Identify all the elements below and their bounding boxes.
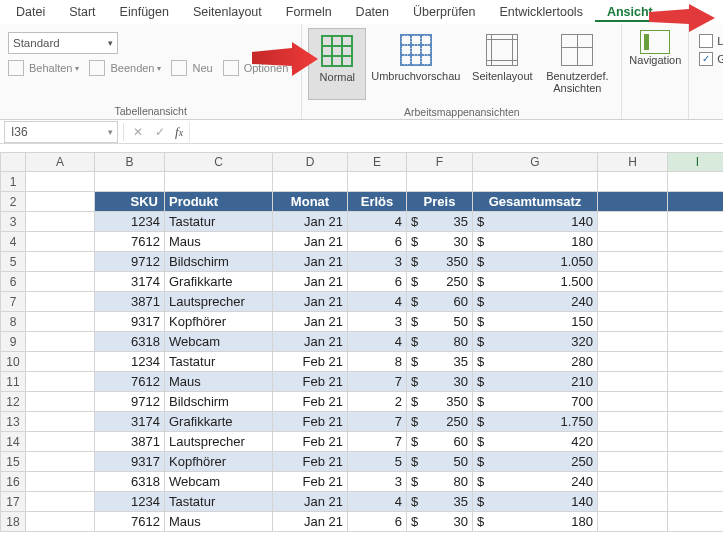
column-header-I[interactable]: I: [668, 153, 724, 172]
cell-gesamt[interactable]: $140: [473, 212, 598, 232]
cell-preis[interactable]: $50: [407, 312, 473, 332]
cell-sku[interactable]: 6318: [95, 332, 165, 352]
cell[interactable]: [26, 412, 95, 432]
cell-gesamt[interactable]: $700: [473, 392, 598, 412]
row-header[interactable]: 7: [1, 292, 26, 312]
cell[interactable]: [598, 392, 668, 412]
row-header[interactable]: 11: [1, 372, 26, 392]
column-header-H[interactable]: H: [598, 153, 668, 172]
cell[interactable]: [668, 452, 724, 472]
cell-monat[interactable]: Feb 21: [273, 392, 348, 412]
cell-erloes[interactable]: 3: [348, 252, 407, 272]
cell[interactable]: [598, 512, 668, 532]
cell-preis[interactable]: $30: [407, 372, 473, 392]
cell-preis[interactable]: $250: [407, 272, 473, 292]
cell-gesamt[interactable]: $280: [473, 352, 598, 372]
cell-sku[interactable]: 9317: [95, 452, 165, 472]
row-header[interactable]: 8: [1, 312, 26, 332]
cell[interactable]: [473, 172, 598, 192]
spreadsheet-grid[interactable]: ABCDEFGHI 12SKUProduktMonatErlösPreisGes…: [0, 152, 723, 545]
cell-preis[interactable]: $60: [407, 292, 473, 312]
cell-produkt[interactable]: Bildschirm: [165, 252, 273, 272]
column-header-C[interactable]: C: [165, 153, 273, 172]
cell-erloes[interactable]: 7: [348, 432, 407, 452]
cell-erloes[interactable]: 7: [348, 372, 407, 392]
cell-monat[interactable]: Jan 21: [273, 252, 348, 272]
cell[interactable]: [26, 392, 95, 412]
cell-sku[interactable]: 3871: [95, 432, 165, 452]
cell-erloes[interactable]: 4: [348, 492, 407, 512]
select-all-corner[interactable]: [1, 153, 26, 172]
column-header-A[interactable]: A: [26, 153, 95, 172]
cell-monat[interactable]: Feb 21: [273, 432, 348, 452]
navigation-button[interactable]: Navigation: [626, 28, 684, 104]
cell-sku[interactable]: 1234: [95, 212, 165, 232]
cancel-formula-button[interactable]: ✕: [127, 125, 149, 139]
cell-preis[interactable]: $80: [407, 332, 473, 352]
options-view-button[interactable]: Optionen▾: [223, 60, 296, 76]
tab-formeln[interactable]: Formeln: [274, 2, 344, 22]
new-view-button[interactable]: Neu: [171, 60, 212, 76]
tab-daten[interactable]: Daten: [344, 2, 401, 22]
cell-erloes[interactable]: 4: [348, 332, 407, 352]
cell[interactable]: [598, 312, 668, 332]
cell-sku[interactable]: 3174: [95, 412, 165, 432]
cell-preis[interactable]: $50: [407, 452, 473, 472]
row-header[interactable]: 6: [1, 272, 26, 292]
cell[interactable]: [26, 232, 95, 252]
cell[interactable]: [26, 492, 95, 512]
page-layout-view-button[interactable]: Seitenlayout: [465, 28, 539, 104]
cell[interactable]: [26, 192, 95, 212]
cell-erloes[interactable]: 8: [348, 352, 407, 372]
cell[interactable]: [598, 212, 668, 232]
cell[interactable]: [26, 352, 95, 372]
cell-monat[interactable]: Jan 21: [273, 332, 348, 352]
cell[interactable]: [668, 352, 724, 372]
cell-sku[interactable]: 9317: [95, 312, 165, 332]
cell-preis[interactable]: $60: [407, 432, 473, 452]
cell-monat[interactable]: Jan 21: [273, 512, 348, 532]
cell[interactable]: [668, 432, 724, 452]
table-header-cell[interactable]: Erlös: [348, 192, 407, 212]
cell-monat[interactable]: Jan 21: [273, 272, 348, 292]
cell[interactable]: [598, 192, 668, 212]
cell-erloes[interactable]: 3: [348, 312, 407, 332]
cell[interactable]: [668, 172, 724, 192]
cell[interactable]: [668, 232, 724, 252]
row-header[interactable]: 12: [1, 392, 26, 412]
exit-view-button[interactable]: Beenden▾: [89, 60, 161, 76]
cell-erloes[interactable]: 2: [348, 392, 407, 412]
column-headers[interactable]: ABCDEFGHI: [1, 153, 724, 172]
cell[interactable]: [598, 232, 668, 252]
cell[interactable]: [598, 492, 668, 512]
tab-entwicklertools[interactable]: Entwicklertools: [488, 2, 595, 22]
cell-produkt[interactable]: Webcam: [165, 332, 273, 352]
name-box[interactable]: I36 ▾: [4, 121, 118, 143]
cell[interactable]: [26, 312, 95, 332]
cell-erloes[interactable]: 4: [348, 212, 407, 232]
custom-views-button[interactable]: Benutzerdef. Ansichten: [539, 28, 615, 104]
tab-überprüfen[interactable]: Überprüfen: [401, 2, 488, 22]
ruler-checkbox-row[interactable]: Line: [695, 32, 723, 50]
cell[interactable]: [668, 492, 724, 512]
cell-monat[interactable]: Feb 21: [273, 472, 348, 492]
cell-erloes[interactable]: 6: [348, 512, 407, 532]
cell[interactable]: [598, 412, 668, 432]
cell[interactable]: [598, 252, 668, 272]
cell-sku[interactable]: 7612: [95, 512, 165, 532]
row-header[interactable]: 18: [1, 512, 26, 532]
accept-formula-button[interactable]: ✓: [149, 125, 171, 139]
row-header[interactable]: 1: [1, 172, 26, 192]
column-header-E[interactable]: E: [348, 153, 407, 172]
cell-gesamt[interactable]: $210: [473, 372, 598, 392]
cell-produkt[interactable]: Maus: [165, 512, 273, 532]
cell-preis[interactable]: $35: [407, 352, 473, 372]
sheet-view-combo[interactable]: Standard ▾: [8, 32, 118, 54]
cell-monat[interactable]: Jan 21: [273, 492, 348, 512]
cell-monat[interactable]: Jan 21: [273, 212, 348, 232]
cell[interactable]: [26, 252, 95, 272]
gridlines-checkbox-row[interactable]: ✓ Gitte: [695, 50, 723, 68]
cell-produkt[interactable]: Tastatur: [165, 212, 273, 232]
cell[interactable]: [26, 512, 95, 532]
cell-gesamt[interactable]: $140: [473, 492, 598, 512]
